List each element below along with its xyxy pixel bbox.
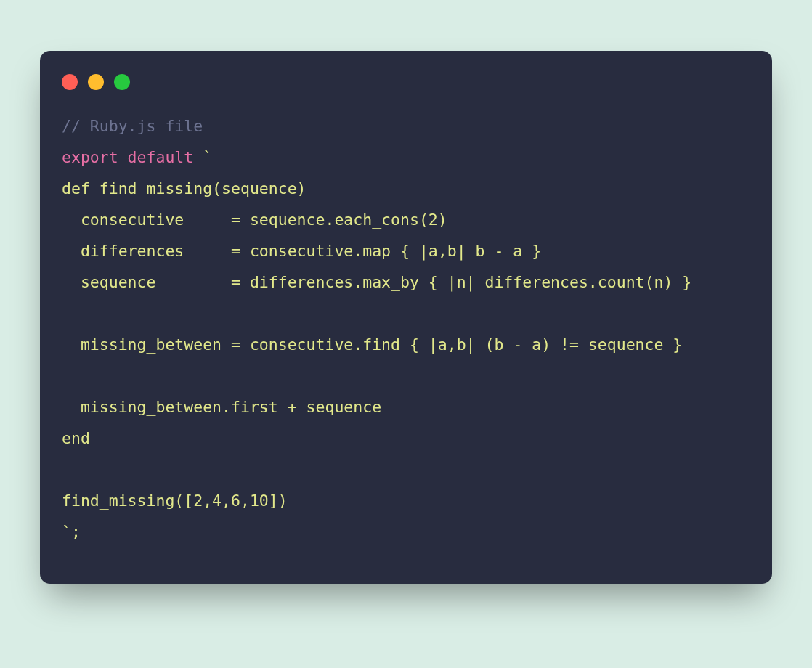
code-content[interactable]: // Ruby.js file export default ` def fin… (40, 103, 772, 547)
code-line: end (62, 429, 90, 447)
page-wrapper: // Ruby.js file export default ` def fin… (0, 0, 812, 666)
code-line: differences = consecutive.map { |a,b| b … (62, 242, 541, 260)
window-maximize-button[interactable] (114, 74, 130, 90)
window-close-button[interactable] (62, 74, 78, 90)
code-window: // Ruby.js file export default ` def fin… (40, 51, 772, 584)
window-controls (40, 51, 772, 103)
code-line: sequence = differences.max_by { |n| diff… (62, 273, 691, 291)
keyword-export: export (62, 148, 118, 166)
code-comment: // Ruby.js file (62, 117, 203, 135)
code-line: missing_between.first + sequence (62, 398, 381, 416)
semicolon: ; (71, 523, 81, 541)
keyword-default: default (118, 148, 203, 166)
code-line: find_missing([2,4,6,10]) (62, 492, 288, 510)
window-minimize-button[interactable] (88, 74, 104, 90)
backtick-open: ` (203, 148, 212, 166)
backtick-close: ` (62, 523, 71, 541)
code-line: def find_missing(sequence) (62, 179, 306, 197)
code-line: missing_between = consecutive.find { |a,… (62, 335, 682, 354)
code-line: consecutive = sequence.each_cons(2) (62, 211, 447, 229)
